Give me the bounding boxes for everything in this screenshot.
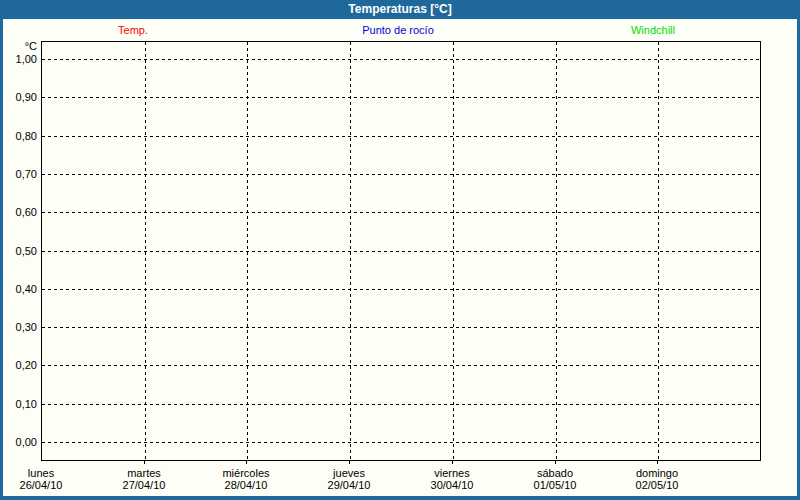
y-axis-label: 0,70 — [0, 168, 37, 180]
y-axis-label: 0,30 — [0, 321, 37, 333]
gridline-horizontal — [42, 251, 760, 252]
weather-chart-window: Temperaturas [°C] Temp. Punto de rocío W… — [0, 0, 800, 500]
gridline-horizontal — [42, 174, 760, 175]
gridline-horizontal — [42, 327, 760, 328]
x-axis-date: 28/04/10 — [196, 479, 296, 491]
gridline-vertical — [453, 42, 454, 460]
x-axis-tick — [144, 461, 145, 464]
x-axis-date: 02/05/10 — [607, 479, 707, 491]
x-axis-date: 30/04/10 — [402, 479, 502, 491]
gridline-horizontal — [42, 442, 760, 443]
x-axis-label: miércoles28/04/10 — [196, 467, 296, 491]
x-axis-day: jueves — [299, 467, 399, 479]
y-axis-label: 0,60 — [0, 206, 37, 218]
gridline-horizontal — [42, 289, 760, 290]
gridline-horizontal — [42, 136, 760, 137]
x-axis-day: viernes — [402, 467, 502, 479]
gridline-vertical — [556, 42, 557, 460]
x-axis-day: sábado — [505, 467, 605, 479]
y-axis-unit: °C — [0, 40, 37, 52]
y-axis-label: 0,10 — [0, 398, 37, 410]
x-axis-tick — [349, 461, 350, 464]
gridline-horizontal — [42, 365, 760, 366]
x-axis-date: 27/04/10 — [94, 479, 194, 491]
gridline-vertical — [658, 42, 659, 460]
chart-title: Temperaturas [°C] — [348, 2, 451, 16]
gridline-horizontal — [42, 97, 760, 98]
window-frame-bottom — [0, 496, 800, 500]
x-axis-label: viernes30/04/10 — [402, 467, 502, 491]
x-axis-label: jueves29/04/10 — [299, 467, 399, 491]
y-axis-label: 0,90 — [0, 91, 37, 103]
x-axis-date: 01/05/10 — [505, 479, 605, 491]
x-axis-date: 26/04/10 — [0, 479, 91, 491]
legend-item-dew-point: Punto de rocío — [318, 24, 478, 36]
x-axis-tick — [452, 461, 453, 464]
x-axis-tick — [657, 461, 658, 464]
x-axis-day: miércoles — [196, 467, 296, 479]
y-axis-label: 1,00 — [0, 53, 37, 65]
x-axis-date: 29/04/10 — [299, 479, 399, 491]
y-axis-label: 0,50 — [0, 245, 37, 257]
x-axis-day: lunes — [0, 467, 91, 479]
title-bar: Temperaturas [°C] — [0, 0, 800, 19]
plot-area — [41, 41, 761, 461]
gridline-horizontal — [42, 404, 760, 405]
y-axis-label: 0,20 — [0, 359, 37, 371]
gridline-vertical — [145, 42, 146, 460]
x-axis-label: sábado01/05/10 — [505, 467, 605, 491]
x-axis-tick — [555, 461, 556, 464]
x-axis-tick — [246, 461, 247, 464]
x-axis-label: martes27/04/10 — [94, 467, 194, 491]
legend-item-windchill: Windchill — [573, 24, 733, 36]
x-axis-day: domingo — [607, 467, 707, 479]
x-axis-day: martes — [94, 467, 194, 479]
y-axis-label: 0,80 — [0, 130, 37, 142]
gridline-horizontal — [42, 59, 760, 60]
y-axis-label: 0,40 — [0, 283, 37, 295]
x-axis-label: lunes26/04/10 — [0, 467, 91, 491]
y-axis-label: 0,00 — [0, 436, 37, 448]
gridline-vertical — [247, 42, 248, 460]
gridline-horizontal — [42, 212, 760, 213]
gridline-vertical — [350, 42, 351, 460]
legend-item-temp: Temp. — [53, 24, 213, 36]
x-axis-label: domingo02/05/10 — [607, 467, 707, 491]
